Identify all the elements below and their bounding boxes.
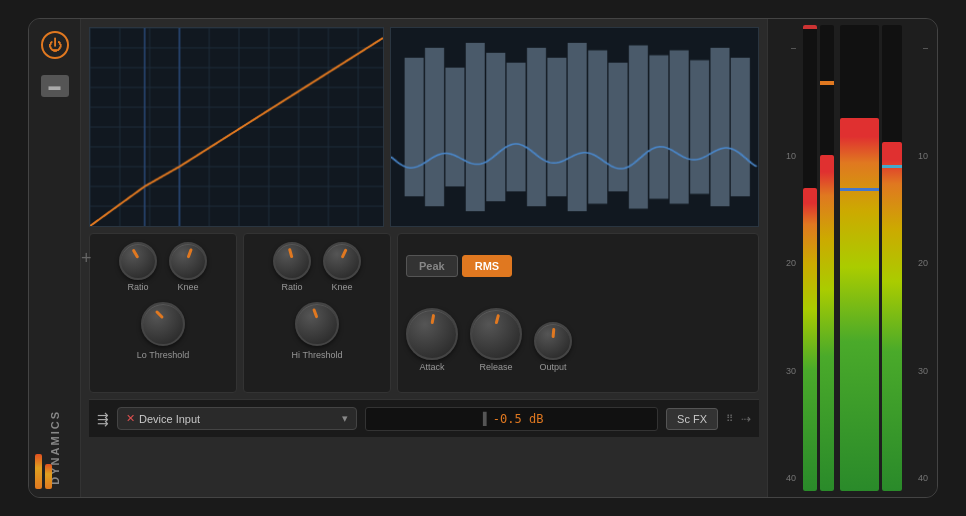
controls-row: Ratio Knee Lo Threshold Rat xyxy=(89,233,759,393)
hi-ratio-knob[interactable] xyxy=(273,242,311,280)
lo-knob-row: Ratio Knee xyxy=(119,242,207,292)
right-scale-label-10: 10 xyxy=(906,151,931,161)
lo-ratio-group: Ratio xyxy=(119,242,157,292)
mini-meter-1 xyxy=(35,454,42,489)
hi-knee-group: Knee xyxy=(323,242,361,292)
hi-threshold-group: Hi Threshold xyxy=(292,296,343,360)
bottom-bar: ⇶ ✕ Device Input ▾ ▐ -0.5 dB Sc FX ⠿ ⇢ xyxy=(89,399,759,437)
db-display: ▐ -0.5 dB xyxy=(365,407,658,431)
meter-bar-3 xyxy=(840,25,879,491)
release-group: Release xyxy=(470,308,522,372)
hi-knob-row: Ratio Knee xyxy=(273,242,361,292)
left-sidebar: ⏻ ▬ DYNAMICS xyxy=(29,19,81,497)
meter-bar-4 xyxy=(882,25,902,491)
attack-release-section: Attack Release Output xyxy=(406,308,750,372)
release-label: Release xyxy=(479,362,512,372)
power-button[interactable]: ⏻ xyxy=(41,31,69,59)
attack-group: Attack xyxy=(406,308,458,372)
hi-threshold-knob[interactable] xyxy=(295,302,339,346)
lo-knee-group: Knee xyxy=(169,242,207,292)
transfer-function-display xyxy=(89,27,384,227)
hi-ratio-label: Ratio xyxy=(281,282,302,292)
plugin-container: ⏻ ▬ DYNAMICS xyxy=(28,18,938,498)
top-row xyxy=(89,27,759,227)
meter-bar-1 xyxy=(803,25,817,491)
device-routing-icon[interactable]: ⇶ xyxy=(97,411,109,427)
dots-icon[interactable]: ⠿ xyxy=(726,413,733,424)
attack-label: Attack xyxy=(419,362,444,372)
output-group: Output xyxy=(534,322,572,372)
right-scale-label-20: 20 xyxy=(906,258,931,268)
scale-label-40: 40 xyxy=(774,473,799,483)
meters-container: – 10 20 30 40 xyxy=(774,25,931,491)
lo-threshold-knob[interactable] xyxy=(141,302,185,346)
right-scale-label-top: – xyxy=(906,43,931,53)
lo-ratio-knob[interactable] xyxy=(119,242,157,280)
scale-label-top: – xyxy=(774,43,799,53)
meter-bars-group1 xyxy=(801,25,836,491)
right-meters: – 10 20 30 40 xyxy=(767,19,937,497)
right-meter-scale: – 10 20 30 40 xyxy=(906,25,931,491)
waveform-display xyxy=(390,27,759,227)
power-icon: ⏻ xyxy=(48,37,62,53)
lo-knee-knob[interactable] xyxy=(169,242,207,280)
dynamics-section: Peak RMS Attack Release xyxy=(397,233,759,393)
main-content: Ratio Knee Lo Threshold Rat xyxy=(81,19,767,497)
output-label: Output xyxy=(539,362,566,372)
folder-button[interactable]: ▬ xyxy=(41,75,69,97)
device-name-label: Device Input xyxy=(139,413,342,425)
hi-section: Ratio Knee Hi Threshold xyxy=(243,233,391,393)
lo-threshold-label: Lo Threshold xyxy=(137,350,189,360)
mini-meter-2 xyxy=(45,464,52,489)
hi-knee-label: Knee xyxy=(331,282,352,292)
device-close-icon[interactable]: ✕ xyxy=(126,412,135,425)
device-select[interactable]: ✕ Device Input ▾ xyxy=(117,407,357,430)
sc-fx-button[interactable]: Sc FX xyxy=(666,408,718,430)
mini-meters xyxy=(35,439,52,489)
hi-ratio-group: Ratio xyxy=(273,242,311,292)
hi-knee-knob[interactable] xyxy=(323,242,361,280)
route-icon[interactable]: ⇢ xyxy=(741,412,751,426)
hi-threshold-label: Hi Threshold xyxy=(292,350,343,360)
scale-label-10: 10 xyxy=(774,151,799,161)
dropdown-arrow-icon[interactable]: ▾ xyxy=(342,412,348,425)
lo-section: Ratio Knee Lo Threshold xyxy=(89,233,237,393)
db-value: -0.5 dB xyxy=(493,412,544,426)
output-knob[interactable] xyxy=(534,322,572,360)
meter-bar-2 xyxy=(820,25,834,491)
peak-button[interactable]: Peak xyxy=(406,255,458,277)
meter-bars-group2 xyxy=(838,25,904,491)
lo-knee-label: Knee xyxy=(177,282,198,292)
db-bar-icon: ▐ xyxy=(480,412,487,426)
attack-knob[interactable] xyxy=(406,308,458,360)
add-left-button[interactable]: + xyxy=(81,248,92,269)
right-scale-label-40: 40 xyxy=(906,473,931,483)
right-scale-label-30: 30 xyxy=(906,366,931,376)
peak-rms-row: Peak RMS xyxy=(406,255,750,277)
scale-label-30: 30 xyxy=(774,366,799,376)
left-meter-scale: – 10 20 30 40 xyxy=(774,25,799,491)
folder-icon: ▬ xyxy=(49,79,61,93)
rms-button[interactable]: RMS xyxy=(462,255,512,277)
release-knob[interactable] xyxy=(470,308,522,360)
lo-ratio-label: Ratio xyxy=(127,282,148,292)
scale-label-20: 20 xyxy=(774,258,799,268)
lo-threshold-group: Lo Threshold xyxy=(137,296,189,360)
